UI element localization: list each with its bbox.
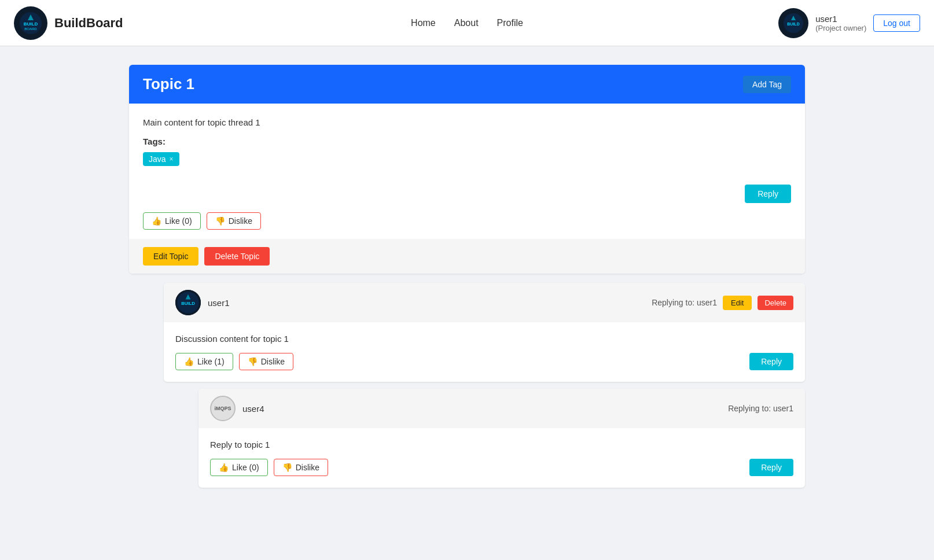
reply-card-2: iMQPS user4 Replying to: user1 Reply to … xyxy=(198,389,805,488)
topic-reply-button[interactable]: Reply xyxy=(745,185,791,203)
user-avatar-icon: BUILD xyxy=(782,12,805,35)
reply-user-info-1: BUILD user1 xyxy=(175,290,230,315)
topic-reply-row: Reply xyxy=(129,180,805,212)
reply-header-2: iMQPS user4 Replying to: user1 xyxy=(198,389,805,428)
reply-like-label-2: Like (0) xyxy=(232,463,259,472)
topic-like-dislike-row: 👍 Like (0) 👎 Dislike xyxy=(129,212,805,239)
topic-dislike-button[interactable]: 👎 Dislike xyxy=(207,212,261,230)
reply-edit-button-1[interactable]: Edit xyxy=(723,296,752,310)
reply-dislike-label-2: Dislike xyxy=(296,463,319,472)
reply-username-1: user1 xyxy=(208,298,230,308)
reply-thumb-down-icon-1: 👎 xyxy=(248,357,258,366)
reply-like-button-1[interactable]: 👍 Like (1) xyxy=(175,353,233,370)
thumb-up-icon: 👍 xyxy=(152,216,161,226)
navbar-right: BUILD user1 (Project owner) Log out xyxy=(778,8,920,38)
nav-about[interactable]: About xyxy=(454,18,479,28)
replying-to-1: Replying to: user1 xyxy=(652,298,717,307)
reply-actions-row-2: 👍 Like (0) 👎 Dislike Reply xyxy=(210,459,793,476)
reply-user-info-2: iMQPS user4 xyxy=(210,396,264,421)
reply-body-1: Discussion content for topic 1 👍 Like (1… xyxy=(164,322,805,382)
reply-avatar-2: iMQPS xyxy=(210,396,236,421)
topic-dislike-label: Dislike xyxy=(229,216,252,226)
tag-java: Java × xyxy=(143,152,179,166)
reply-avatar-icon-1: BUILD xyxy=(175,290,201,315)
tags-container: Java × xyxy=(143,152,791,166)
reply-thumb-down-icon-2: 👎 xyxy=(282,463,292,472)
replying-to-2: Replying to: user1 xyxy=(728,404,793,413)
user-info: user1 (Project owner) xyxy=(815,14,866,32)
tag-java-remove[interactable]: × xyxy=(170,155,174,163)
username: user1 xyxy=(815,14,837,24)
reply-dislike-label-1: Dislike xyxy=(261,357,285,366)
edit-topic-button[interactable]: Edit Topic xyxy=(143,247,198,266)
brand-logo: BUILD BOARD xyxy=(14,6,47,40)
svg-text:BOARD: BOARD xyxy=(24,27,37,31)
reply-avatar-1: BUILD xyxy=(175,290,201,315)
tags-label: Tags: xyxy=(143,137,791,146)
add-tag-button[interactable]: Add Tag xyxy=(743,76,791,93)
topic-header: Topic 1 Add Tag xyxy=(129,65,805,104)
svg-text:BUILD: BUILD xyxy=(181,301,195,306)
reply-like-button-2[interactable]: 👍 Like (0) xyxy=(210,459,268,476)
reply-avatar-text-2: iMQPS xyxy=(214,406,231,411)
svg-text:BUILD: BUILD xyxy=(787,22,799,26)
main-container: Topic 1 Add Tag Main content for topic t… xyxy=(120,65,814,488)
user-avatar: BUILD xyxy=(778,8,808,38)
reply-dislike-button-2[interactable]: 👎 Dislike xyxy=(274,459,328,476)
reply-content-1: Discussion content for topic 1 xyxy=(175,334,793,344)
nav-home[interactable]: Home xyxy=(411,18,436,28)
topic-edit-row: Edit Topic Delete Topic xyxy=(129,239,805,274)
reply-body-2: Reply to topic 1 👍 Like (0) 👎 Dislike Re… xyxy=(198,428,805,488)
navbar: BUILD BOARD BuildBoard Home About Profil… xyxy=(0,0,934,46)
logout-button[interactable]: Log out xyxy=(873,14,920,32)
nav-links: Home About Profile xyxy=(411,18,523,28)
tag-java-label: Java xyxy=(149,154,166,164)
thumb-down-icon: 👎 xyxy=(215,216,225,226)
brand-link[interactable]: BUILD BOARD BuildBoard xyxy=(14,6,123,40)
reply-wrapper-2: iMQPS user4 Replying to: user1 Reply to … xyxy=(198,389,805,488)
reply-meta-right-2: Replying to: user1 xyxy=(728,404,793,413)
reply-thumb-up-icon-1: 👍 xyxy=(184,357,194,366)
svg-text:BUILD: BUILD xyxy=(24,21,38,27)
topic-content: Main content for topic thread 1 xyxy=(143,117,791,127)
reply-reply-button-1[interactable]: Reply xyxy=(749,353,793,370)
reply-thumb-up-icon-2: 👍 xyxy=(219,463,229,472)
topic-body: Main content for topic thread 1 Tags: Ja… xyxy=(129,104,805,180)
brand-name-text: BuildBoard xyxy=(54,16,123,31)
reply-content-2: Reply to topic 1 xyxy=(210,440,793,450)
topic-title: Topic 1 xyxy=(143,75,194,93)
reply-header-1: BUILD user1 Replying to: user1 Edit Dele… xyxy=(164,283,805,322)
delete-topic-button[interactable]: Delete Topic xyxy=(204,247,270,266)
reply-reply-button-2[interactable]: Reply xyxy=(749,459,793,476)
topic-card: Topic 1 Add Tag Main content for topic t… xyxy=(129,65,805,274)
reply-wrapper-1: BUILD user1 Replying to: user1 Edit Dele… xyxy=(164,283,805,382)
reply-actions-left-1: 👍 Like (1) 👎 Dislike xyxy=(175,353,293,370)
reply-dislike-button-1[interactable]: 👎 Dislike xyxy=(239,353,293,370)
topic-like-label: Like (0) xyxy=(165,216,192,226)
reply-username-2: user4 xyxy=(242,404,264,414)
reply-meta-right-1: Replying to: user1 Edit Delete xyxy=(652,296,793,310)
reply-actions-row-1: 👍 Like (1) 👎 Dislike Reply xyxy=(175,353,793,370)
reply-card-1: BUILD user1 Replying to: user1 Edit Dele… xyxy=(164,283,805,382)
nav-profile[interactable]: Profile xyxy=(497,18,523,28)
brand-logo-icon: BUILD BOARD xyxy=(17,10,44,36)
reply-like-label-1: Like (1) xyxy=(197,357,225,366)
topic-like-button[interactable]: 👍 Like (0) xyxy=(143,212,201,230)
reply-delete-button-1[interactable]: Delete xyxy=(758,296,793,310)
user-role: (Project owner) xyxy=(815,24,866,32)
reply-actions-left-2: 👍 Like (0) 👎 Dislike xyxy=(210,459,328,476)
